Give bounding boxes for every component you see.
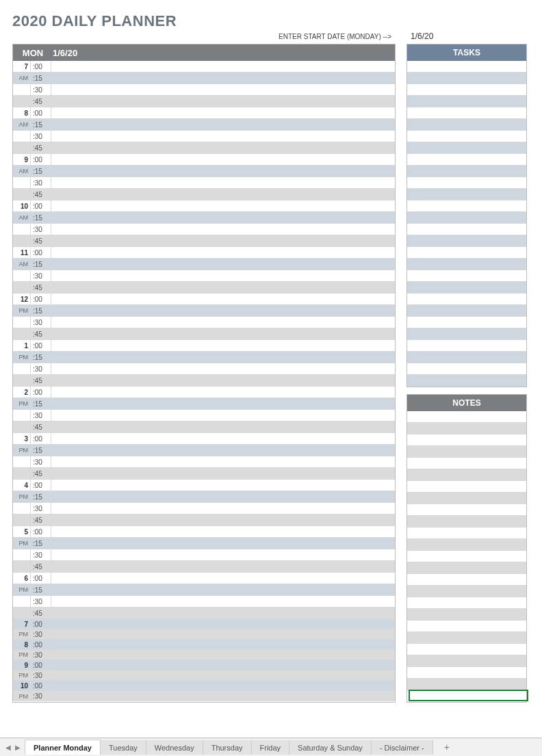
entry-cell[interactable] — [51, 549, 395, 560]
note-row[interactable] — [407, 621, 526, 632]
time-row[interactable]: AM:15 — [13, 259, 395, 270]
entry-cell[interactable] — [51, 224, 395, 235]
time-row[interactable]: 11:00 — [13, 247, 395, 259]
time-row[interactable]: 3:00 — [13, 433, 395, 445]
entry-cell[interactable] — [51, 650, 395, 660]
time-row[interactable]: 6:00 — [13, 573, 395, 584]
time-row[interactable]: :45 — [13, 421, 395, 433]
entry-cell[interactable] — [51, 270, 395, 281]
entry-cell[interactable] — [51, 491, 395, 502]
entry-cell[interactable] — [51, 629, 395, 639]
entry-cell[interactable] — [51, 584, 395, 595]
entry-cell[interactable] — [51, 247, 395, 258]
time-row[interactable]: PM:15 — [13, 584, 395, 596]
entry-cell[interactable] — [51, 526, 395, 537]
time-row[interactable]: :45 — [13, 96, 395, 107]
entry-cell[interactable] — [51, 398, 395, 409]
time-row[interactable]: :30 — [13, 596, 395, 608]
time-row[interactable]: :30 — [13, 410, 395, 421]
note-row[interactable] — [407, 655, 526, 667]
entry-cell[interactable] — [51, 317, 395, 328]
entry-cell[interactable] — [51, 691, 395, 701]
time-row[interactable]: :30 — [13, 224, 395, 235]
time-row[interactable]: PM:15 — [13, 305, 395, 317]
entry-cell[interactable] — [51, 596, 395, 607]
task-row[interactable] — [407, 154, 526, 166]
time-row[interactable]: PM:30 — [13, 670, 395, 681]
time-row[interactable]: :45 — [13, 282, 395, 294]
note-row[interactable] — [407, 458, 526, 469]
time-row[interactable]: 8:00 — [13, 640, 395, 650]
note-row[interactable] — [407, 539, 526, 551]
note-row[interactable] — [407, 574, 526, 586]
entry-cell[interactable] — [51, 410, 395, 421]
task-row[interactable] — [407, 142, 526, 154]
time-row[interactable]: :30 — [13, 549, 395, 561]
time-row[interactable]: PM:30 — [13, 650, 395, 660]
time-row[interactable]: PM:15 — [13, 445, 395, 456]
note-row[interactable] — [407, 469, 526, 481]
time-row[interactable]: PM:15 — [13, 491, 395, 503]
start-date-input[interactable]: 1/6/20 — [411, 31, 527, 41]
note-row[interactable] — [407, 679, 526, 690]
time-row[interactable]: :30 — [13, 270, 395, 282]
tasks-panel[interactable]: TASKS — [406, 44, 527, 387]
entry-cell[interactable] — [51, 660, 395, 670]
entry-cell[interactable] — [51, 200, 395, 211]
time-row[interactable]: PM:30 — [13, 691, 395, 701]
entry-cell[interactable] — [51, 131, 395, 142]
task-row[interactable] — [407, 328, 526, 340]
note-row[interactable] — [407, 609, 526, 621]
time-row[interactable]: 5:00 — [13, 526, 395, 538]
note-row[interactable] — [407, 562, 526, 574]
time-row[interactable]: :30 — [13, 503, 395, 514]
entry-cell[interactable] — [51, 480, 395, 491]
task-row[interactable] — [407, 270, 526, 282]
time-row[interactable]: :45 — [13, 514, 395, 526]
task-row[interactable] — [407, 224, 526, 235]
task-row[interactable] — [407, 305, 526, 317]
task-row[interactable] — [407, 340, 526, 352]
entry-cell[interactable] — [51, 212, 395, 223]
tab-nav-prev-icon[interactable]: ◀ — [5, 744, 11, 751]
entry-cell[interactable] — [51, 282, 395, 293]
time-row[interactable]: :30 — [13, 84, 395, 96]
time-row[interactable]: :45 — [13, 608, 395, 619]
note-row[interactable] — [407, 690, 526, 702]
entry-cell[interactable] — [51, 84, 395, 95]
task-row[interactable] — [407, 247, 526, 259]
entry-cell[interactable] — [51, 619, 395, 629]
task-row[interactable] — [407, 259, 526, 270]
entry-cell[interactable] — [51, 421, 395, 432]
task-row[interactable] — [407, 212, 526, 224]
time-row[interactable]: AM:15 — [13, 73, 395, 84]
entry-cell[interactable] — [51, 189, 395, 200]
sheet-tab[interactable]: Thursday — [203, 740, 252, 755]
note-row[interactable] — [407, 446, 526, 458]
note-row[interactable] — [407, 597, 526, 609]
entry-cell[interactable] — [51, 352, 395, 363]
time-row[interactable]: :30 — [13, 363, 395, 375]
entry-cell[interactable] — [51, 305, 395, 316]
note-row[interactable] — [407, 527, 526, 539]
entry-cell[interactable] — [51, 166, 395, 177]
time-row[interactable]: :30 — [13, 131, 395, 142]
task-row[interactable] — [407, 166, 526, 177]
sheet-tab[interactable]: Wednesday — [146, 740, 203, 755]
time-row[interactable]: :45 — [13, 189, 395, 200]
task-row[interactable] — [407, 96, 526, 107]
entry-cell[interactable] — [51, 154, 395, 165]
time-row[interactable]: 9:00 — [13, 154, 395, 166]
task-row[interactable] — [407, 294, 526, 305]
time-row[interactable]: :30 — [13, 177, 395, 189]
tab-nav-next-icon[interactable]: ▶ — [15, 744, 21, 751]
time-row[interactable]: AM:15 — [13, 119, 395, 131]
entry-cell[interactable] — [51, 96, 395, 107]
task-row[interactable] — [407, 131, 526, 142]
time-row[interactable]: PM:30 — [13, 629, 395, 640]
time-row[interactable]: :30 — [13, 456, 395, 468]
sheet-tab[interactable]: - Disclaimer - — [372, 740, 433, 755]
entry-cell[interactable] — [51, 119, 395, 130]
task-row[interactable] — [407, 235, 526, 247]
note-row[interactable] — [407, 423, 526, 434]
